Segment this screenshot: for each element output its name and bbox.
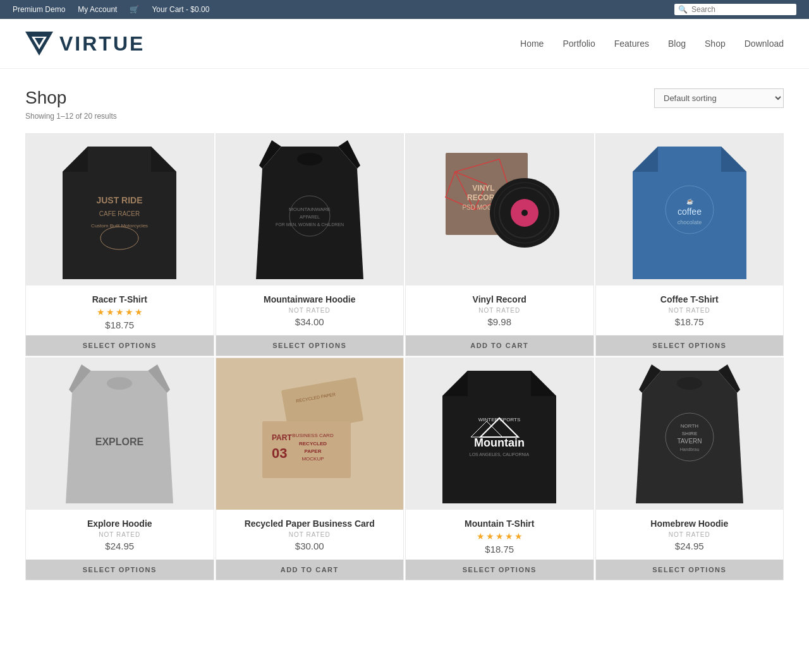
product-name: Vinyl Record	[473, 294, 526, 304]
svg-text:VINYL: VINYL	[473, 184, 495, 193]
svg-text:NORTH: NORTH	[681, 423, 699, 429]
select-options-button[interactable]: SELECT OPTIONS	[596, 560, 784, 580]
not-rated: NOT RATED	[289, 531, 331, 538]
product-price: $30.00	[295, 541, 324, 551]
product-name: Recycled Paper Business Card	[245, 519, 375, 529]
svg-text:chocolate: chocolate	[677, 219, 702, 225]
search-input[interactable]	[691, 5, 793, 14]
showing-text: Showing 1–12 of 20 results	[25, 112, 784, 121]
product-info: Explore Hoodie NOT RATED $24.95	[26, 510, 214, 560]
svg-text:EXPLORE: EXPLORE	[95, 436, 144, 447]
svg-point-39	[107, 377, 132, 390]
svg-marker-10	[256, 147, 363, 279]
product-image: NORTH SHIRE TAVERN Handbrau	[596, 358, 784, 510]
svg-text:PART: PART	[272, 433, 292, 442]
nav-blog[interactable]: Blog	[668, 39, 686, 49]
product-price: $24.95	[105, 541, 134, 551]
svg-marker-31	[721, 147, 746, 172]
product-info: Racer T-Shirt ★ ★ ★ ★ ★ $18.75	[26, 285, 214, 335]
svg-marker-52	[531, 371, 556, 396]
product-name: Explore Hoodie	[87, 519, 152, 529]
star-2: ★	[106, 307, 114, 317]
svg-text:MOUNTAINWARE: MOUNTAINWARE	[289, 207, 331, 212]
svg-marker-30	[633, 147, 658, 172]
svg-point-61	[677, 377, 702, 390]
svg-text:JUST RIDE: JUST RIDE	[97, 195, 143, 205]
product-info: Homebrew Hoodie NOT RATED $24.95	[596, 510, 784, 560]
nav-features[interactable]: Features	[614, 39, 649, 49]
product-image: EXPLORE	[26, 358, 214, 510]
star-4: ★	[505, 531, 513, 541]
svg-marker-4	[63, 147, 88, 172]
not-rated: NOT RATED	[289, 307, 331, 314]
product-image: MOUNTAINWARE APPAREL FOR MEN, WOMEN & CH…	[216, 134, 404, 285]
product-name: Mountain T-Shirt	[465, 519, 534, 529]
product-price: $24.95	[675, 541, 704, 551]
star-1: ★	[97, 307, 105, 317]
sort-select[interactable]: Default sorting Sort by popularity Sort …	[654, 88, 784, 108]
product-visual-homebrew: NORTH SHIRE TAVERN Handbrau	[596, 358, 784, 510]
product-image: ☕ coffee chocolate	[596, 134, 784, 285]
premium-demo-link[interactable]: Premium Demo	[13, 5, 65, 14]
star-5: ★	[135, 307, 143, 317]
select-options-button[interactable]: SELECT OPTIONS	[26, 560, 214, 580]
product-card: JUST RIDE CAFE RACER Custom Built Motorc…	[25, 133, 214, 356]
product-info: Coffee T-Shirt NOT RATED $18.75	[596, 285, 784, 335]
cart-link[interactable]: Your Cart - $0.00	[152, 5, 209, 14]
svg-text:coffee: coffee	[678, 207, 702, 217]
my-account-link[interactable]: My Account	[78, 5, 117, 14]
star-2: ★	[486, 531, 494, 541]
nav-home[interactable]: Home	[520, 39, 544, 49]
add-to-cart-button[interactable]: ADD TO CART	[406, 335, 593, 356]
svg-text:CAFE RACER: CAFE RACER	[99, 210, 140, 217]
svg-text:☕: ☕	[686, 198, 693, 205]
star-3: ★	[116, 307, 124, 317]
product-card: WINTER SPORTS Mountain LOS ANGELES, CALI…	[405, 357, 594, 580]
svg-point-26	[521, 210, 528, 216]
select-options-button[interactable]: SELECT OPTIONS	[596, 335, 784, 356]
svg-marker-51	[442, 371, 468, 396]
product-price: $18.75	[105, 320, 134, 330]
logo[interactable]: VIRTUE	[25, 32, 145, 56]
product-price: $34.00	[295, 316, 324, 327]
svg-text:Custom Built Motorcycles: Custom Built Motorcycles	[91, 223, 148, 229]
product-price: $18.75	[485, 544, 514, 555]
product-card: RECYCLED PAPER PART 03 BUSINESS CARD REC…	[216, 357, 404, 580]
svg-point-13	[297, 153, 322, 165]
select-options-button[interactable]: SELECT OPTIONS	[216, 335, 404, 356]
not-rated: NOT RATED	[478, 307, 520, 314]
svg-marker-5	[151, 147, 176, 172]
select-options-button[interactable]: SELECT OPTIONS	[406, 560, 593, 580]
nav-shop[interactable]: Shop	[705, 39, 726, 49]
star-3: ★	[496, 531, 504, 541]
logo-icon	[25, 32, 53, 56]
main-content: Shop Default sorting Sort by popularity …	[0, 69, 809, 599]
product-info: Mountainware Hoodie NOT RATED $34.00	[216, 285, 404, 335]
main-nav: Home Portfolio Features Blog Shop Downlo…	[520, 39, 784, 49]
select-options-button[interactable]: SELECT OPTIONS	[26, 335, 214, 356]
product-visual-card: RECYCLED PAPER PART 03 BUSINESS CARD REC…	[216, 358, 404, 510]
product-image: JUST RIDE CAFE RACER Custom Built Motorc…	[26, 134, 214, 285]
product-info: Recycled Paper Business Card NOT RATED $…	[216, 510, 404, 560]
product-visual-hoodie: MOUNTAINWARE APPAREL FOR MEN, WOMEN & CH…	[216, 134, 404, 285]
product-card: ☕ coffee chocolate Coffee T-Shirt NOT RA…	[595, 133, 784, 356]
svg-text:MOCKUP: MOCKUP	[301, 456, 324, 462]
product-name: Racer T-Shirt	[92, 294, 147, 304]
product-visual-explore: EXPLORE	[26, 358, 214, 510]
add-to-cart-button[interactable]: ADD TO CART	[216, 560, 404, 580]
product-name: Coffee T-Shirt	[660, 294, 719, 304]
product-card: MOUNTAINWARE APPAREL FOR MEN, WOMEN & CH…	[216, 133, 404, 356]
star-1: ★	[477, 531, 485, 541]
nav-portfolio[interactable]: Portfolio	[563, 39, 595, 49]
not-rated: NOT RATED	[669, 307, 710, 314]
not-rated: NOT RATED	[99, 531, 140, 538]
product-rating: ★ ★ ★ ★ ★	[97, 307, 143, 317]
shop-title: Shop	[25, 88, 66, 108]
svg-text:Handbrau: Handbrau	[679, 447, 699, 452]
product-name: Mountainware Hoodie	[264, 294, 355, 304]
shop-header: Shop Default sorting Sort by popularity …	[25, 88, 784, 108]
product-image: RECYCLED PAPER PART 03 BUSINESS CARD REC…	[216, 358, 404, 510]
nav-download[interactable]: Download	[745, 39, 784, 49]
product-image: WINTER SPORTS Mountain LOS ANGELES, CALI…	[406, 358, 593, 510]
header: VIRTUE Home Portfolio Features Blog Shop…	[0, 19, 809, 69]
